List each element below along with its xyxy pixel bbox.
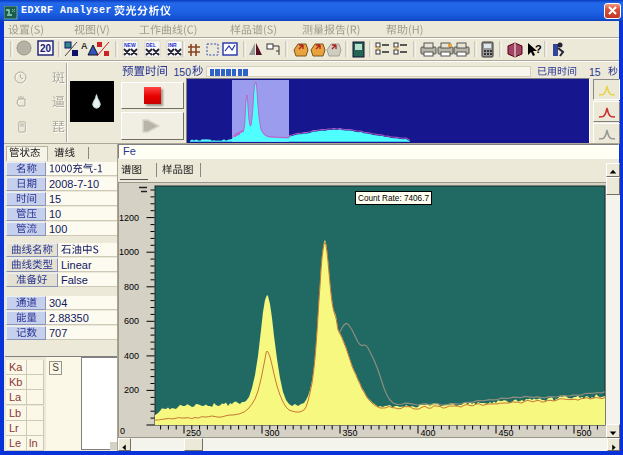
svg-text:DEL: DEL bbox=[146, 42, 156, 48]
svg-text:450: 450 bbox=[499, 428, 514, 438]
svg-text:400: 400 bbox=[124, 351, 139, 361]
svg-text:NEW: NEW bbox=[124, 42, 136, 48]
svg-text:Count Rate: 7406.7: Count Rate: 7406.7 bbox=[358, 193, 429, 203]
svg-text:500: 500 bbox=[577, 428, 592, 438]
svg-text:200: 200 bbox=[124, 385, 139, 395]
svg-text:INR: INR bbox=[168, 42, 177, 48]
svg-text:20: 20 bbox=[40, 43, 52, 54]
svg-text:A: A bbox=[81, 41, 88, 51]
svg-text:800: 800 bbox=[124, 282, 139, 292]
svg-text:?: ? bbox=[535, 43, 542, 55]
svg-text:400: 400 bbox=[421, 428, 436, 438]
svg-text:600: 600 bbox=[124, 316, 139, 326]
svg-text:350: 350 bbox=[343, 428, 358, 438]
svg-text:0: 0 bbox=[120, 426, 125, 436]
svg-text:250: 250 bbox=[186, 428, 201, 438]
svg-text:1200: 1200 bbox=[119, 213, 139, 223]
svg-text:300: 300 bbox=[265, 428, 280, 438]
svg-text:1000: 1000 bbox=[119, 247, 139, 257]
